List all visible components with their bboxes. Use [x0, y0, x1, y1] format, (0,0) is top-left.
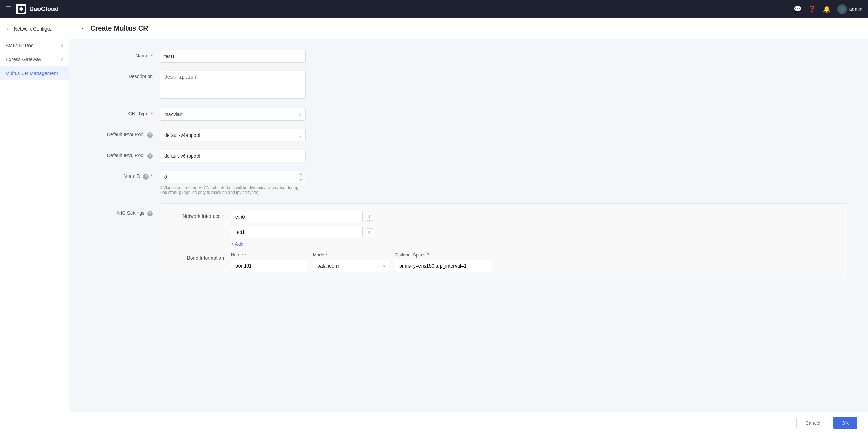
- bond-info-label: Bond Information: [168, 252, 224, 261]
- nic-settings-help-icon[interactable]: ?: [147, 211, 153, 217]
- nic-panel: Network Interface * ✕ ✕: [160, 203, 847, 279]
- page-title: Create Multus CR: [90, 24, 148, 32]
- vlan-id-control: ▲ ▼ If Vlan is set to 0, no VLAN sub-int…: [160, 171, 306, 195]
- nic-interface-control: ✕ ✕ + Add: [231, 211, 838, 247]
- description-label: Description: [90, 71, 153, 79]
- sidebar-divider: [0, 37, 69, 37]
- ipv4-pool-label: Default IPv4 Pool ?: [90, 129, 153, 138]
- sidebar-item-static-ip-pool[interactable]: Static IP Pool ∨: [0, 39, 69, 52]
- bond-name-group: Name *: [231, 252, 307, 272]
- bond-mode-group: Mode * balance-rr active-backup balance-…: [313, 252, 389, 272]
- name-input[interactable]: [160, 50, 306, 63]
- form-area: Name * Description CNI Type: [69, 39, 868, 329]
- vlan-id-help-icon[interactable]: ?: [143, 174, 149, 180]
- vlan-id-required: *: [151, 173, 153, 179]
- add-interface-button[interactable]: + Add: [231, 241, 243, 247]
- sidebar-item-multus-cr[interactable]: Multus CR Management: [0, 66, 69, 80]
- nic-interface-input-1[interactable]: [231, 211, 363, 223]
- sidebar-item-egress-gateway[interactable]: Egress Gateway ∨: [0, 52, 69, 66]
- bond-name-required: *: [244, 252, 246, 258]
- chevron-down-icon: ∨: [60, 43, 64, 48]
- sidebar: ← Network Configu... Static IP Pool ∨ Eg…: [0, 18, 69, 433]
- cni-type-required: *: [151, 111, 153, 116]
- footer: Cancel OK: [0, 412, 868, 433]
- bond-optional-label: Optional Specs ?: [395, 252, 492, 258]
- form-row-ipv6-pool: Default IPv6 Pool ? default-v6-ippool ∨: [90, 150, 847, 162]
- bond-optional-group: Optional Specs ?: [395, 252, 492, 272]
- description-control: [160, 71, 306, 100]
- form-row-cni-type: CNI Type * macvlan ipvlan sriov custom ∨: [90, 108, 847, 121]
- ok-button[interactable]: OK: [833, 417, 857, 429]
- cni-type-select[interactable]: macvlan ipvlan sriov custom: [160, 108, 306, 121]
- vlan-id-arrows: ▲ ▼: [296, 171, 306, 183]
- vlan-id-input[interactable]: [160, 171, 306, 183]
- name-label: Name *: [90, 50, 153, 58]
- logo-icon: [16, 4, 26, 14]
- form-row-vlan-id: Vlan ID ? * ▲ ▼ If Vlan is set to 0, no …: [90, 171, 847, 195]
- bond-mode-required: *: [326, 252, 327, 258]
- ipv6-pool-select[interactable]: default-v6-ippool: [160, 150, 306, 162]
- page-back-arrow-icon[interactable]: ←: [81, 25, 87, 32]
- nic-interface-input-2[interactable]: [231, 226, 363, 238]
- ipv4-pool-help-icon[interactable]: ?: [147, 132, 153, 138]
- bond-mode-select-wrap: balance-rr active-backup balance-xor bro…: [313, 260, 389, 272]
- ipv4-pool-select[interactable]: default-v4-ippool: [160, 129, 306, 141]
- nic-interface-close-2[interactable]: ✕: [366, 228, 373, 236]
- cni-type-control: macvlan ipvlan sriov custom ∨: [160, 108, 306, 121]
- main-content: ← Create Multus CR Name * Description: [69, 18, 868, 433]
- ipv4-pool-control: default-v4-ippool ∨: [160, 129, 306, 141]
- user-menu[interactable]: 👤 admin: [837, 4, 862, 14]
- form-row-nic-settings: NIC Settings ? Network Interface *: [90, 203, 847, 279]
- admin-label: admin: [849, 6, 862, 12]
- nic-interface-item-1: ✕: [231, 211, 838, 223]
- form-row-name: Name *: [90, 50, 847, 63]
- form-row-ipv4-pool: Default IPv4 Pool ? default-v4-ippool ∨: [90, 129, 847, 141]
- bond-optional-input[interactable]: [395, 260, 492, 272]
- nic-interface-required: *: [222, 213, 224, 219]
- help-icon[interactable]: ❓: [808, 5, 816, 13]
- nic-interface-label: Network Interface *: [168, 211, 224, 219]
- bond-name-label: Name *: [231, 252, 307, 258]
- description-textarea[interactable]: [160, 71, 306, 99]
- sidebar-item-label-multus: Multus CR Management: [6, 71, 58, 76]
- bond-mode-select[interactable]: balance-rr active-backup balance-xor bro…: [313, 260, 389, 272]
- sidebar-item-label-egress: Egress Gateway: [6, 57, 41, 62]
- bond-mode-label: Mode *: [313, 252, 389, 258]
- bond-optional-help-icon[interactable]: ?: [427, 252, 429, 258]
- page-header: ← Create Multus CR: [69, 18, 868, 39]
- vlan-id-input-wrap: ▲ ▼: [160, 171, 306, 183]
- ipv4-pool-select-wrap: default-v4-ippool ∨: [160, 129, 306, 141]
- vlan-id-increment[interactable]: ▲: [296, 171, 306, 177]
- brand-logo: DaoCloud: [16, 4, 59, 14]
- brand-name: DaoCloud: [29, 6, 59, 13]
- sidebar-item-label-static: Static IP Pool: [6, 43, 35, 48]
- cni-type-select-wrap: macvlan ipvlan sriov custom ∨: [160, 108, 306, 121]
- cancel-button[interactable]: Cancel: [796, 417, 829, 429]
- avatar: 👤: [837, 4, 847, 14]
- nic-interface-item-2: ✕: [231, 226, 838, 238]
- name-required: *: [151, 53, 153, 58]
- ipv6-pool-help-icon[interactable]: ?: [147, 153, 153, 159]
- ipv6-pool-label: Default IPv6 Pool ?: [90, 150, 153, 159]
- vlan-id-decrement[interactable]: ▼: [296, 177, 306, 183]
- back-arrow-icon: ←: [6, 26, 11, 32]
- bond-info-row: Bond Information Name *: [168, 252, 838, 272]
- nic-settings-label: NIC Settings ?: [90, 203, 153, 217]
- sidebar-back-label: Network Configu...: [14, 26, 54, 32]
- name-control: [160, 50, 306, 63]
- chevron-down-icon-2: ∨: [60, 57, 64, 62]
- bell-icon[interactable]: 🔔: [823, 5, 831, 13]
- sidebar-back[interactable]: ← Network Configu...: [0, 22, 69, 35]
- form-row-description: Description: [90, 71, 847, 100]
- vlan-hint: If Vlan is set to 0, no VLAN sub-interfa…: [160, 185, 306, 195]
- ipv6-pool-select-wrap: default-v6-ippool ∨: [160, 150, 306, 162]
- ipv6-pool-control: default-v6-ippool ∨: [160, 150, 306, 162]
- nic-interface-close-1[interactable]: ✕: [366, 213, 373, 221]
- vlan-id-label: Vlan ID ? *: [90, 171, 153, 180]
- nic-interface-row-container: Network Interface * ✕ ✕: [168, 211, 838, 247]
- chat-icon[interactable]: 💬: [794, 5, 801, 13]
- menu-icon[interactable]: ☰: [6, 5, 12, 13]
- bond-name-input[interactable]: [231, 260, 307, 272]
- bond-fields: Name * Mode *: [231, 252, 838, 272]
- cni-type-label: CNI Type *: [90, 108, 153, 116]
